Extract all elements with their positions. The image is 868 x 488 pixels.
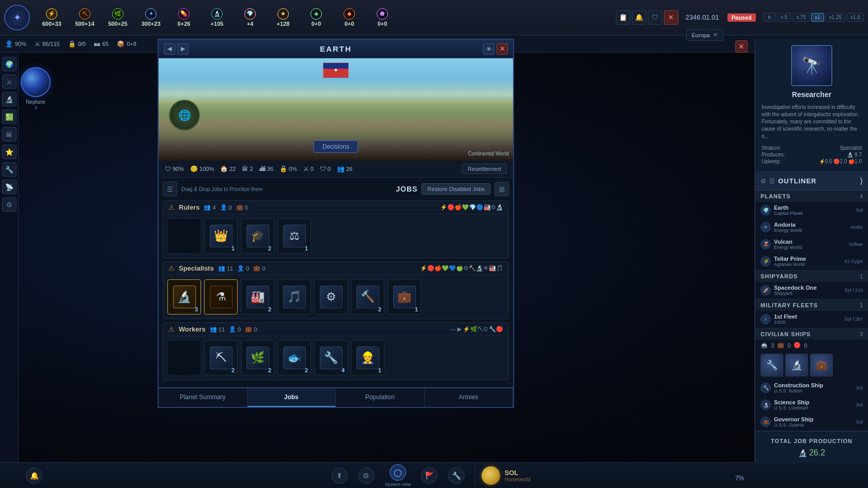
- workers-job-1-icon: ⛏: [210, 347, 233, 369]
- tab-armies[interactable]: Armies: [425, 388, 514, 407]
- researcher-produces-row: Produces: 🔬 8.7: [762, 152, 862, 158]
- speed-16-button[interactable]: x1.6: [847, 13, 864, 22]
- specialists-slot-6[interactable]: 🔨 2: [351, 279, 384, 314]
- specialists-unemployed-val: 0: [246, 265, 249, 272]
- ship-portrait-2[interactable]: 🔬: [785, 354, 808, 376]
- bottom-icon-notifications[interactable]: 🔔: [26, 467, 42, 484]
- specialists-slot-5[interactable]: ⚙: [314, 279, 348, 314]
- specialists-job-slots: 🔬 3 ⚗ 🏭 2 🎵 ⚙ 🔨 2: [163, 275, 508, 319]
- specialists-slot-3[interactable]: 🏭 2: [241, 279, 274, 314]
- civilian-section-header[interactable]: CIVILIAN SHIPS 3: [755, 328, 868, 340]
- specialists-slot-4[interactable]: 🎵: [277, 279, 311, 314]
- prev-planet-button[interactable]: ◀: [164, 43, 175, 55]
- governor-info: Governor Ship U.S.S. Oyama: [774, 416, 853, 428]
- specialists-job-3-icon: 🏭: [246, 286, 269, 308]
- outliner-item-spacedock[interactable]: 🚀 Spacedock One Shipyard Sol / 210: [755, 282, 868, 299]
- toolbar-icon-3[interactable]: 🛡: [648, 10, 662, 25]
- speed-1x-button[interactable]: x1: [811, 13, 824, 22]
- fleet-sub: 10/20: [774, 320, 841, 325]
- specialists-slot-7[interactable]: 💼 1: [388, 279, 421, 314]
- expand-icon[interactable]: ⟩: [860, 176, 863, 186]
- outliner-item-tellar[interactable]: 🌾 Tellar Prime Agrarian World 61 Cygni: [755, 253, 868, 270]
- sidebar-icon-planets[interactable]: 🌍: [2, 57, 17, 71]
- flag-icon: 🚩: [421, 467, 438, 484]
- sidebar-icon-comms[interactable]: 📡: [2, 180, 17, 194]
- toolbar-icon-close[interactable]: ✕: [664, 10, 678, 25]
- decisions-button[interactable]: Decisions: [314, 140, 358, 153]
- outliner-item-earth[interactable]: 🌍 Earth Capital Planet Sol: [755, 202, 868, 219]
- upkeep-label: Upkeep:: [762, 159, 781, 164]
- rulers-slot-2[interactable]: 🎓 2: [241, 218, 274, 254]
- andoria-info: Andoria Energy World: [774, 222, 847, 233]
- sidebar-icon-politics[interactable]: 🏛: [2, 127, 17, 141]
- specialists-jobs-val: 0: [262, 265, 265, 272]
- europa-close-button[interactable]: ✕: [713, 32, 718, 38]
- speed-075-button[interactable]: x.75: [793, 13, 810, 22]
- housing-val: 22: [229, 166, 236, 172]
- military-section-header[interactable]: MILITARY FLEETS 1: [755, 300, 868, 311]
- jobs-grid-view-button[interactable]: ⊞: [494, 182, 509, 196]
- bottom-icon-flag[interactable]: 🚩: [421, 467, 438, 484]
- sidebar-icon-situations[interactable]: 🔧: [2, 162, 17, 177]
- ships-portraits: 🔧 🔬 💼: [755, 351, 868, 380]
- workers-slot-2[interactable]: 🌿 2: [241, 340, 274, 375]
- tab-planet-summary[interactable]: Planet Summary: [159, 388, 247, 407]
- outliner-item-science[interactable]: 🔬 Science Ship U.S.S. Lionheart Sol: [755, 397, 868, 414]
- sol-display[interactable]: SOL Homeworld: [475, 466, 537, 485]
- empire-logo[interactable]: [4, 5, 30, 30]
- civilian-ships-icon: 🚢: [761, 342, 768, 349]
- outliner-item-governor[interactable]: 💼 Governor Ship U.S.S. Oyama Sol: [755, 414, 868, 431]
- outliner-header: ⚙ ☰ OUTLINER ⟩: [755, 172, 868, 191]
- sidebar-icon-settings[interactable]: ⚙: [2, 197, 17, 212]
- outliner-item-vulcan[interactable]: 🌋 Vulcan Energy World Vulkan: [755, 236, 868, 253]
- speed-125-button[interactable]: x1.25: [826, 13, 845, 22]
- toolbar-icon-2[interactable]: 🔔: [632, 10, 646, 25]
- specialists-job-2-icon: ⚗: [210, 286, 233, 308]
- workers-slot-1[interactable]: ⛏ 2: [204, 340, 238, 375]
- ship-2-img: 🔬: [786, 354, 808, 376]
- bottom-icon-settings[interactable]: ⚙: [358, 467, 375, 484]
- buildings-icon: 🏛: [242, 165, 248, 172]
- ship-portrait-1[interactable]: 🔧: [761, 354, 783, 376]
- sidebar-icon-federation[interactable]: ⭐: [2, 145, 17, 159]
- shipyards-section-header[interactable]: SHIPYARDS 1: [755, 271, 868, 282]
- pause-button[interactable]: ⏸: [763, 13, 776, 22]
- rulers-slot-3[interactable]: ⚖ 1: [277, 218, 311, 254]
- sidebar-icon-research[interactable]: 🔬: [2, 92, 17, 106]
- workers-slot-3[interactable]: 🐟 2: [277, 340, 311, 375]
- outliner-item-andoria[interactable]: ❄ Andoria Energy World Andor: [755, 219, 868, 236]
- main-window-outer-close[interactable]: ✕: [735, 40, 748, 53]
- observe-button[interactable]: 👁: [483, 43, 494, 55]
- workers-job-5-icon: 👷: [357, 347, 379, 369]
- tab-jobs[interactable]: Jobs: [247, 388, 336, 407]
- bottom-icon-expand[interactable]: ⬆: [331, 467, 348, 484]
- workers-unemployed-stat: 👤 0: [229, 326, 241, 333]
- tab-population[interactable]: Population: [336, 388, 425, 407]
- districts-pstat-icon: 🏙: [259, 165, 266, 172]
- speed-half-button[interactable]: x.5: [777, 13, 791, 22]
- stratum-value: Specialist: [840, 145, 862, 151]
- rulers-slot-1[interactable]: 👑 1: [204, 218, 238, 254]
- resettlement-button[interactable]: Resettlement: [462, 164, 507, 174]
- specialists-slot-1[interactable]: 🔬 3: [167, 279, 201, 314]
- specialists-slot-2[interactable]: ⚗: [204, 279, 238, 314]
- close-window-button[interactable]: ✕: [497, 43, 508, 55]
- bottom-icon-system-view[interactable]: ◯ System view: [385, 464, 411, 487]
- ship-3-img: 💼: [811, 354, 832, 376]
- rulers-job-2-icon: 🎓: [246, 225, 269, 247]
- next-planet-button[interactable]: ▶: [177, 43, 189, 55]
- toolbar-icon-1[interactable]: 📋: [616, 10, 630, 25]
- workers-slot-5[interactable]: 👷 1: [351, 340, 384, 375]
- ship-portrait-3[interactable]: 💼: [810, 354, 833, 376]
- bottom-icon-tools[interactable]: 🔧: [448, 467, 464, 484]
- planet-orb-neptune[interactable]: [21, 67, 51, 97]
- jobs-title: JOBS: [396, 185, 417, 193]
- restore-disabled-jobs-button[interactable]: Restore Disabled Jobs: [422, 183, 490, 195]
- planets-section-header[interactable]: PLANETS 4: [755, 191, 868, 202]
- sidebar-icon-military[interactable]: ⚔: [2, 74, 17, 89]
- sidebar-icon-economy[interactable]: 💹: [2, 109, 17, 124]
- outliner-item-1st-fleet[interactable]: ⚔ 1st Fleet 10/20 Sol / 267: [755, 311, 868, 328]
- outliner-item-construction[interactable]: 🔧 Construction Ship U.S.S. Button Sol: [755, 380, 868, 397]
- toolbar-icons: 📋 🔔 🛡 ✕: [616, 10, 678, 25]
- workers-slot-4[interactable]: 🔧 4: [314, 340, 348, 375]
